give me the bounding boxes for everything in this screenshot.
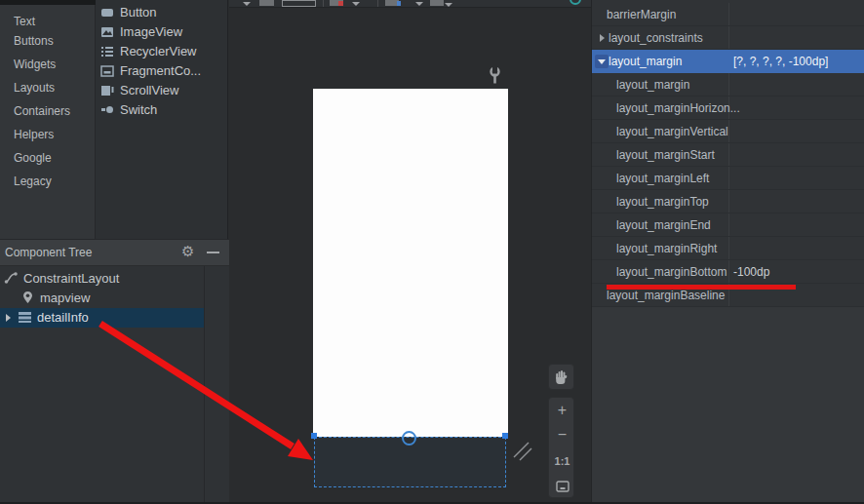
palette-item-scrollview[interactable]: ScrollView bbox=[100, 81, 178, 100]
toolbar-icon-fragment[interactable] bbox=[430, 0, 444, 6]
attributes-table: barrierMargin layout_constraints layout_… bbox=[592, 0, 864, 307]
attr-row-layout-marginbottom[interactable]: layout_marginBottom -100dp bbox=[592, 260, 864, 284]
palette-category-layouts[interactable]: Layouts bbox=[14, 80, 55, 96]
attr-row-layout-marginstart[interactable]: layout_marginStart bbox=[592, 143, 864, 167]
recyclerview-icon bbox=[100, 44, 114, 57]
palette-category-google[interactable]: Google bbox=[14, 150, 52, 166]
switch-icon bbox=[100, 102, 114, 115]
tree-item-label: mapview bbox=[40, 291, 90, 305]
button-icon bbox=[100, 5, 114, 18]
palette-item-label: ImageView bbox=[120, 24, 182, 39]
attr-row-layout-margin[interactable]: layout_margin bbox=[592, 73, 864, 97]
palette-item-fragmentcontainer[interactable]: FragmentCo... bbox=[100, 61, 201, 81]
chevron-right-icon[interactable] bbox=[6, 314, 11, 322]
dropdown-caret-icon[interactable] bbox=[352, 2, 360, 6]
zoom-controls: + − 1:1 bbox=[548, 397, 574, 498]
tree-item-constraintlayout[interactable]: ConstraintLayout bbox=[0, 269, 204, 289]
palette-item-switch[interactable]: Switch bbox=[100, 100, 157, 120]
dropdown-caret-icon[interactable] bbox=[445, 3, 452, 7]
android-studio-layout-editor: Text Buttons Widgets Layouts Containers … bbox=[0, 0, 864, 504]
palette-categories-panel: Text Buttons Widgets Layouts Containers … bbox=[0, 0, 96, 239]
attr-name: layout_marginStart bbox=[616, 143, 715, 167]
wrench-icon bbox=[488, 66, 502, 85]
tree-item-label: ConstraintLayout bbox=[23, 271, 119, 286]
attr-value[interactable]: -100dp bbox=[733, 260, 769, 284]
palette-category-text[interactable]: Text bbox=[14, 14, 35, 29]
palette-item-recyclerview[interactable]: RecyclerView bbox=[100, 42, 197, 61]
gear-icon[interactable]: ⚙ bbox=[181, 243, 194, 260]
fragment-container-icon bbox=[100, 63, 114, 76]
attr-row-layout-marginvertical[interactable]: layout_marginVertical bbox=[592, 120, 864, 143]
zoom-out-button[interactable]: − bbox=[549, 423, 575, 448]
attr-row-layout-constraints[interactable]: layout_constraints bbox=[592, 26, 864, 50]
attr-row-barriermargin[interactable]: barrierMargin bbox=[592, 3, 864, 26]
attr-name: layout_marginRight bbox=[616, 237, 717, 260]
pan-button[interactable] bbox=[548, 364, 574, 390]
palette-category-containers[interactable]: Containers bbox=[14, 103, 70, 119]
chevron-down-icon[interactable] bbox=[595, 55, 609, 68]
toolbar-separator bbox=[377, 0, 378, 7]
attr-name: layout_constraints bbox=[609, 26, 703, 50]
toolbar-separator bbox=[323, 0, 324, 7]
palette-category-helpers[interactable]: Helpers bbox=[14, 127, 54, 142]
palette-category-buttons[interactable]: Buttons bbox=[14, 33, 54, 49]
location-pin-icon bbox=[20, 291, 35, 304]
zoom-to-fit-button[interactable] bbox=[549, 474, 575, 499]
tree-item-label: detailInfo bbox=[37, 310, 89, 325]
palette-item-label: FragmentCo... bbox=[120, 63, 201, 78]
attr-row-layout-marginleft[interactable]: layout_marginLeft bbox=[592, 167, 864, 190]
error-badge-fragment bbox=[338, 1, 343, 6]
palette-item-label: Button bbox=[120, 5, 157, 19]
constraint-anchor-icon[interactable] bbox=[402, 431, 416, 446]
attr-name: layout_marginLeft bbox=[616, 167, 709, 190]
zoom-in-button[interactable]: + bbox=[549, 398, 575, 423]
palette-category-legacy[interactable]: Legacy bbox=[14, 174, 52, 189]
attr-name: layout_marginEnd bbox=[616, 213, 711, 237]
attr-name: layout_marginVertical bbox=[616, 120, 728, 143]
attr-name: layout_marginTop bbox=[616, 190, 709, 213]
attr-row-layout-marginright[interactable]: layout_marginRight bbox=[592, 237, 864, 260]
dropdown-caret-icon[interactable] bbox=[415, 2, 423, 6]
selection-handle-top-left[interactable] bbox=[311, 433, 317, 439]
attr-name: layout_marginBottom bbox=[616, 260, 727, 284]
attributes-empty-area bbox=[592, 307, 864, 504]
hand-icon bbox=[554, 369, 569, 385]
tree-item-detailinfo[interactable]: detailInfo bbox=[0, 308, 204, 328]
palette-item-label: RecyclerView bbox=[120, 44, 197, 58]
attr-name: layout_margin bbox=[609, 50, 682, 73]
tree-scroll-divider bbox=[204, 266, 205, 504]
chevron-right-icon[interactable] bbox=[600, 34, 605, 42]
component-tree-header: Component Tree ⚙ bbox=[0, 239, 229, 266]
attr-name: layout_margin bbox=[616, 73, 689, 97]
red-underline-annotation bbox=[607, 285, 796, 290]
palette-item-imageview[interactable]: ImageView bbox=[100, 22, 182, 42]
palette-item-label: Switch bbox=[120, 102, 157, 117]
list-rows-icon bbox=[18, 310, 32, 324]
dropdown-caret-icon[interactable] bbox=[243, 2, 251, 6]
toolbar-icon-fragment[interactable] bbox=[259, 0, 274, 6]
palette-category-widgets[interactable]: Widgets bbox=[14, 57, 56, 72]
component-tree-panel: ConstraintLayout mapview detailInfo bbox=[0, 266, 229, 504]
scrollview-icon bbox=[100, 83, 114, 96]
attr-value[interactable]: [?, ?, ?, ?, -100dp] bbox=[733, 50, 828, 73]
selection-handle-top-right[interactable] bbox=[502, 433, 508, 439]
zoom-actual-size-button[interactable]: 1:1 bbox=[549, 448, 575, 474]
device-screen-preview[interactable] bbox=[313, 89, 508, 437]
attr-name: layout_marginHorizon... bbox=[616, 97, 740, 120]
attr-row-layout-margintop[interactable]: layout_marginTop bbox=[592, 190, 864, 213]
attr-row-layout-marginend[interactable]: layout_marginEnd bbox=[592, 213, 864, 237]
component-tree-title: Component Tree bbox=[5, 246, 92, 259]
constraint-layout-icon bbox=[4, 271, 19, 285]
hide-panel-icon[interactable] bbox=[207, 252, 219, 253]
tree-item-mapview[interactable]: mapview bbox=[0, 289, 204, 308]
palette-item-button[interactable]: Button bbox=[100, 3, 157, 22]
attr-name: barrierMargin bbox=[607, 3, 676, 26]
fit-screen-icon bbox=[556, 481, 569, 492]
attr-row-layout-margin-group[interactable]: layout_margin [?, ?, ?, ?, -100dp] bbox=[592, 50, 864, 73]
palette-item-label: ScrollView bbox=[120, 83, 178, 97]
attributes-panel: barrierMargin layout_constraints layout_… bbox=[591, 0, 864, 504]
device-selector-fragment[interactable] bbox=[282, 0, 316, 7]
imageview-icon bbox=[100, 24, 114, 37]
top-bar-fragment bbox=[0, 0, 96, 5]
attr-row-layout-marginhorizontal[interactable]: layout_marginHorizon... bbox=[592, 97, 864, 120]
